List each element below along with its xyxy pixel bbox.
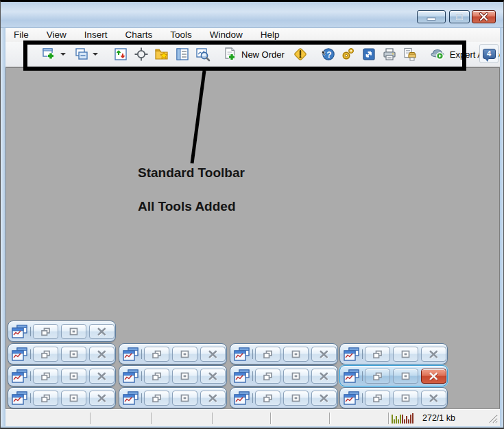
close-button[interactable] [311, 391, 337, 406]
options-button[interactable] [338, 45, 359, 63]
maximize-icon [69, 327, 78, 336]
maximize-button[interactable] [283, 369, 309, 384]
window-minimize-button[interactable] [417, 10, 446, 23]
maximize-button[interactable] [61, 369, 86, 384]
restore-button[interactable] [33, 347, 58, 362]
menu-window[interactable]: Window [201, 28, 252, 42]
maximize-button[interactable] [61, 347, 86, 362]
menu-file[interactable]: File [5, 28, 38, 42]
maximize-button[interactable] [172, 347, 197, 362]
minimized-chart-window[interactable] [230, 365, 338, 386]
restore-button[interactable] [33, 391, 58, 406]
maximize-button[interactable] [61, 324, 86, 339]
minimized-chart-window[interactable] [8, 387, 116, 408]
market-watch-button[interactable] [110, 45, 131, 63]
maximize-button[interactable] [172, 391, 197, 406]
minimized-chart-window[interactable] [119, 343, 227, 364]
restore-button[interactable] [33, 369, 58, 384]
minimized-chart-window[interactable] [230, 387, 338, 408]
full-screen-icon [361, 47, 376, 62]
menu-tools[interactable]: Tools [161, 28, 201, 42]
maximize-button[interactable] [393, 347, 418, 362]
maximize-button[interactable] [393, 391, 418, 406]
restore-button[interactable] [255, 369, 280, 384]
close-button[interactable] [89, 324, 115, 339]
restore-button[interactable] [144, 369, 169, 384]
minimized-chart-window[interactable] [8, 321, 116, 342]
help-button[interactable]: ? [317, 45, 338, 63]
print-preview-button[interactable] [400, 45, 420, 63]
new-order-icon [223, 47, 238, 62]
window-maximize-button[interactable] [449, 10, 470, 23]
maximize-button[interactable] [283, 391, 309, 406]
menu-help[interactable]: Help [252, 28, 289, 42]
chat-bubble-icon: 4 [483, 49, 496, 59]
restore-button[interactable] [365, 369, 390, 384]
restore-icon [40, 350, 51, 359]
signal-bar [394, 419, 395, 424]
close-button[interactable] [89, 369, 115, 384]
chevron-down-icon[interactable] [60, 53, 66, 56]
title-bar[interactable] [1, 2, 504, 28]
menu-view[interactable]: View [38, 28, 75, 42]
maximize-icon [69, 372, 78, 380]
notifications-button[interactable]: 4 [479, 44, 499, 63]
strategy-tester-button[interactable] [193, 45, 213, 63]
maximize-button[interactable] [61, 391, 86, 406]
close-button[interactable] [89, 391, 115, 406]
minimized-chart-window[interactable] [230, 343, 338, 364]
resize-grip[interactable] [487, 413, 498, 424]
close-button[interactable] [200, 391, 226, 406]
restore-button[interactable] [365, 391, 390, 406]
menu-charts[interactable]: Charts [117, 28, 162, 42]
restore-button[interactable] [255, 347, 280, 362]
close-button[interactable] [89, 347, 115, 362]
metaeditor-button[interactable] [290, 45, 311, 63]
minimized-chart-window[interactable] [119, 365, 227, 386]
menu-bar: File View Insert Charts Tools Window Hel… [5, 28, 500, 42]
chart-window-icon [12, 369, 28, 383]
new-order-button[interactable]: New Order [220, 45, 290, 63]
chevron-down-icon[interactable] [93, 53, 98, 56]
maximize-button[interactable] [283, 347, 309, 362]
close-icon [97, 327, 107, 336]
close-button[interactable] [421, 391, 446, 406]
divider [30, 349, 31, 359]
divider [30, 371, 31, 381]
restore-button[interactable] [33, 324, 58, 339]
status-separator [212, 413, 213, 424]
maximize-button[interactable] [393, 369, 418, 384]
close-icon [208, 372, 218, 381]
restore-button[interactable] [255, 391, 280, 406]
maximize-icon [291, 394, 300, 402]
close-button[interactable] [421, 347, 446, 362]
terminal-button[interactable] [172, 45, 193, 63]
close-button[interactable] [311, 369, 337, 384]
restore-button[interactable] [144, 347, 169, 362]
restore-button[interactable] [144, 391, 169, 406]
data-window-button[interactable] [131, 45, 152, 63]
close-button[interactable] [421, 369, 446, 384]
new-chart-button[interactable] [39, 45, 71, 63]
restore-button[interactable] [365, 347, 390, 362]
context-help-icon: ? [320, 47, 335, 62]
close-button[interactable] [200, 347, 226, 362]
print-button[interactable] [379, 45, 400, 63]
maximize-icon [401, 394, 410, 402]
minimized-chart-window[interactable] [339, 343, 448, 364]
menu-insert[interactable]: Insert [75, 28, 117, 42]
minimized-chart-window[interactable] [119, 387, 227, 408]
navigator-button[interactable] [152, 45, 172, 63]
minimized-chart-window[interactable] [339, 387, 448, 408]
signal-bar [396, 416, 397, 424]
window-close-button[interactable] [472, 10, 496, 23]
status-separator [388, 413, 389, 424]
minimized-chart-window[interactable] [8, 365, 116, 386]
minimized-chart-window[interactable] [339, 365, 448, 386]
close-button[interactable] [311, 347, 337, 362]
maximize-button[interactable] [172, 369, 197, 384]
close-button[interactable] [200, 369, 226, 384]
profiles-button[interactable] [71, 45, 104, 63]
full-screen-button[interactable] [359, 45, 379, 63]
minimized-chart-window[interactable] [8, 343, 116, 364]
